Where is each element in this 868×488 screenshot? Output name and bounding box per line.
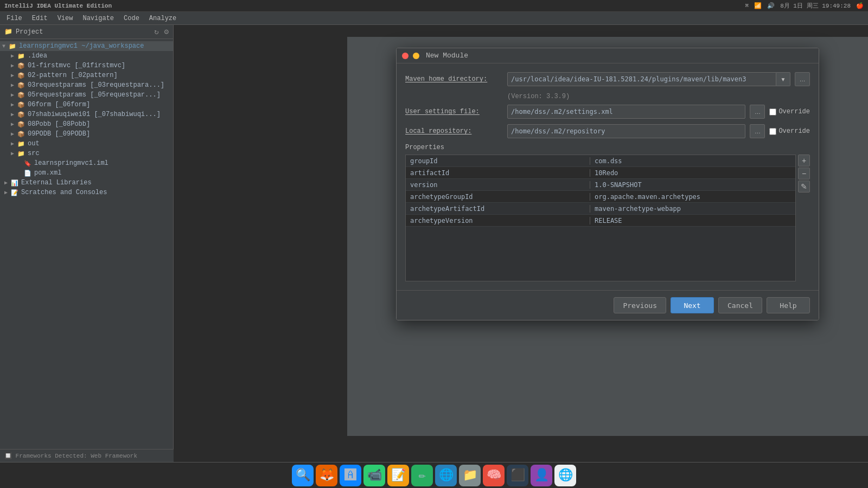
close-traffic-light[interactable]	[402, 53, 409, 59]
scratches-icon: 📝	[11, 189, 20, 196]
iml-label: learnspringmvc1.iml	[34, 159, 108, 167]
settings-icon[interactable]: ⚙	[164, 27, 169, 36]
menu-edit[interactable]: Edit	[28, 14, 52, 23]
minimize-traffic-light[interactable]	[413, 53, 419, 59]
sidebar: 📁 Project ↻ ⚙ ▼ 📁 learnspringmvc1 ~/java…	[0, 25, 174, 462]
sidebar-item-iml[interactable]: ▶ 🔖 learnspringmvc1.iml	[0, 158, 173, 168]
local-repo-input[interactable]	[507, 124, 745, 138]
dock-facetime[interactable]: 📹	[363, 465, 385, 486]
system-bar-right: ⌘ 📶 🔊 8月 1日 周三 19:49:28 🍎	[745, 2, 864, 10]
prop-side-buttons: + − ✎	[798, 155, 810, 281]
prop-row-archartifact[interactable]: archetypeArtifactId maven-archetype-weba…	[406, 203, 795, 215]
sidebar-item-08pobb[interactable]: ▶ 📦 08Pobb [_08Pobb]	[0, 119, 173, 129]
menu-analyze[interactable]: Analyze	[145, 14, 181, 23]
prop-val-archversion: RELEASE	[590, 217, 795, 224]
local-repo-override-text: Override	[778, 127, 810, 135]
local-repo-browse-btn[interactable]: …	[750, 124, 765, 138]
local-repo-override-checkbox[interactable]	[769, 128, 776, 135]
prop-add-btn[interactable]: +	[798, 155, 810, 166]
prop-row-groupid[interactable]: groupId com.dss	[406, 155, 795, 167]
sidebar-item-09podb[interactable]: ▶ 📦 09PODB [_09PODB]	[0, 129, 173, 139]
dock-terminal[interactable]: ⬛	[507, 465, 528, 486]
sidebar-item-03req[interactable]: ▶ 📦 03requestparams [_03requestpara...]	[0, 80, 173, 90]
prop-row-version[interactable]: version 1.0-SNAPSHOT	[406, 179, 795, 191]
sidebar-item-src[interactable]: ▶ 📁 src	[0, 149, 173, 158]
folder-icon: 📁	[9, 43, 17, 50]
scratches-label: Scratches and Consoles	[21, 189, 107, 196]
menu-file[interactable]: File	[2, 14, 27, 23]
dock-chrome[interactable]: 🌐	[554, 465, 576, 486]
sidebar-item-ext-libs[interactable]: ▶ 📊 External Libraries	[0, 178, 173, 188]
sidebar-item-07shabi[interactable]: ▶ 📦 07shabiwuqiwei01 [_07shabiwuqi...]	[0, 110, 173, 119]
prop-row-archversion[interactable]: archetypeVersion RELEASE	[406, 215, 795, 227]
01-label: 01-firstmvc [_01firstmvc]	[28, 62, 125, 69]
src-label: src	[28, 150, 40, 157]
right-panel: 🐱 tomcat9 ▼ ▶ 🐛 ☂ ⬛ 🔨 🔍	[174, 25, 868, 462]
next-button[interactable]: Next	[671, 297, 714, 313]
pom-file-icon: 📄	[24, 170, 33, 177]
prop-edit-btn[interactable]: ✎	[798, 181, 810, 192]
sidebar-item-scratches[interactable]: ▶ 📝 Scratches and Consoles	[0, 188, 173, 197]
prop-key-archartifact: archetypeArtifactId	[406, 205, 590, 213]
sidebar-item-out[interactable]: ▶ 📁 out	[0, 139, 173, 149]
dock-browser[interactable]: 🌐	[435, 465, 457, 486]
properties-title: Properties	[405, 144, 810, 151]
prop-row-artifactid[interactable]: artifactId 10Redo	[406, 167, 795, 179]
dock-pen[interactable]: ✏️	[411, 465, 433, 486]
iml-file-icon: 🔖	[24, 160, 33, 167]
01-folder-icon: 📦	[17, 62, 26, 69]
menu-view[interactable]: View	[53, 14, 78, 23]
sync-icon[interactable]: ↻	[154, 27, 158, 36]
prop-val-groupid: com.dss	[590, 157, 795, 165]
idea-folder-icon: 📁	[17, 53, 26, 60]
ext-libs-label: External Libraries	[21, 179, 92, 187]
user-settings-input[interactable]	[507, 105, 745, 119]
prop-row-archgroupid[interactable]: archetypeGroupId org.apache.maven.archet…	[406, 191, 795, 203]
status-text: 🔲 Frameworks Detected: Web Framework	[4, 452, 137, 459]
properties-table: groupId com.dss artifactId 10Redo	[405, 155, 796, 281]
dock-notes[interactable]: 📝	[387, 465, 409, 486]
help-button[interactable]: Help	[767, 297, 810, 313]
05-label: 05requestparams [_05requestpar...]	[28, 91, 161, 99]
sidebar-item-pom[interactable]: ▶ 📄 pom.xml	[0, 168, 173, 178]
maven-home-label: Maven home directory:	[405, 75, 503, 83]
sidebar-item-05req[interactable]: ▶ 📦 05requestparams [_05requestpar...]	[0, 90, 173, 100]
previous-button[interactable]: Previous	[614, 297, 666, 313]
maven-home-input[interactable]	[507, 72, 776, 86]
sidebar-item-06form[interactable]: ▶ 📦 06form [_06form]	[0, 100, 173, 110]
src-folder-icon: 📁	[17, 150, 26, 157]
user-settings-override-checkbox[interactable]	[769, 108, 776, 115]
dock-person[interactable]: 👤	[531, 465, 552, 486]
prop-remove-btn[interactable]: −	[798, 168, 810, 179]
user-settings-override-text: Override	[778, 108, 810, 115]
02-folder-icon: 📦	[17, 72, 26, 79]
wifi-icon: 📶	[754, 2, 762, 9]
dock-intellij[interactable]: 🧠	[483, 465, 505, 486]
user-settings-override-label: Override	[769, 108, 810, 115]
maven-home-dropdown[interactable]: ▼	[776, 72, 790, 86]
user-settings-row: User settings file: … Override	[405, 105, 810, 119]
prop-row-empty1	[406, 227, 795, 281]
07-folder-icon: 📦	[17, 111, 26, 118]
apple-icon: 🍎	[856, 2, 864, 9]
status-bar: 🔲 Frameworks Detected: Web Framework	[0, 449, 174, 462]
menu-navigate[interactable]: Navigate	[78, 14, 118, 23]
dock-appstore[interactable]: 🅰	[340, 465, 361, 486]
modal-overlay: New Module Maven home directory: ▼ …	[347, 37, 868, 436]
user-settings-browse-btn[interactable]: …	[750, 105, 765, 119]
maven-home-browse-btn[interactable]: …	[795, 72, 810, 86]
properties-wrapper: groupId com.dss artifactId 10Redo	[405, 155, 810, 281]
sidebar-item-idea[interactable]: ▶ 📁 .idea	[0, 51, 173, 61]
menu-code[interactable]: Code	[119, 14, 144, 23]
dock-firefox[interactable]: 🦊	[316, 465, 337, 486]
sidebar-root[interactable]: ▼ 📁 learnspringmvc1 ~/java_workspace	[0, 41, 173, 51]
datetime: 8月 1日 周三 19:49:28	[780, 2, 851, 10]
sidebar-item-01firstmvc[interactable]: ▶ 📦 01-firstmvc [_01firstmvc]	[0, 61, 173, 70]
idea-label: .idea	[28, 52, 47, 60]
cancel-button[interactable]: Cancel	[718, 297, 762, 313]
sidebar-title: Project	[16, 28, 43, 36]
sidebar-item-02pattern[interactable]: ▶ 📦 02-pattern [_02pattern]	[0, 70, 173, 80]
out-folder-icon: 📁	[17, 140, 26, 147]
dock-finder[interactable]: 🔍	[292, 465, 314, 486]
dock-folder[interactable]: 📁	[459, 465, 481, 486]
